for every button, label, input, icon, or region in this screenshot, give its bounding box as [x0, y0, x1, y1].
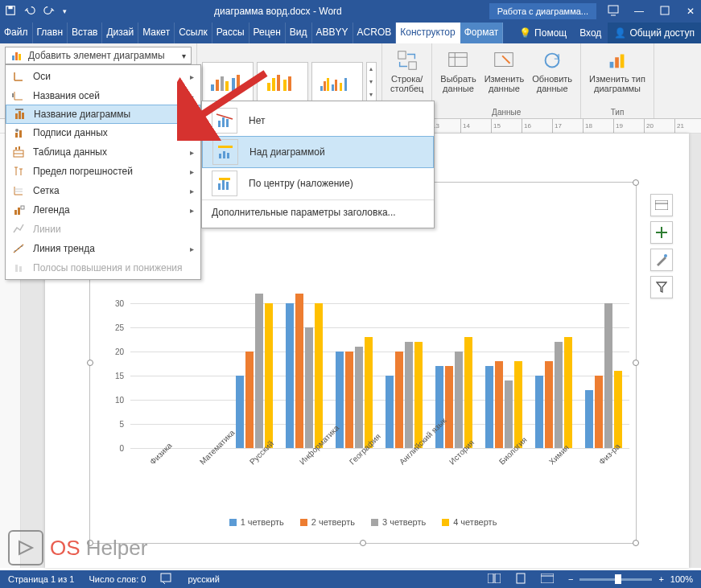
close-icon[interactable]: ✕	[685, 6, 696, 17]
menu-item-error_bars[interactable]: Предел погрешностей▸	[6, 162, 200, 181]
tab-abbyy[interactable]: ABBYY	[312, 23, 353, 43]
menu-item-axes[interactable]: Оси▸	[6, 67, 200, 86]
bar[interactable]	[604, 303, 612, 448]
menu-item-data_table[interactable]: Таблица данных▸	[6, 142, 200, 162]
undo-icon[interactable]	[24, 5, 35, 19]
chart-style-2[interactable]	[257, 62, 308, 102]
bar[interactable]	[414, 342, 423, 448]
tab-insert[interactable]: Встав	[68, 23, 102, 43]
change-chart-type-button[interactable]: Изменить тип диаграммы	[586, 47, 649, 95]
bar[interactable]	[336, 352, 344, 448]
tab-home[interactable]: Главн	[33, 23, 68, 43]
bar[interactable]	[464, 337, 472, 448]
bar[interactable]	[485, 366, 493, 448]
chart-title-above[interactable]: Над диаграммой	[202, 136, 434, 168]
tab-acrobat[interactable]: ACROB	[353, 23, 397, 43]
page-status[interactable]: Страница 1 из 1	[8, 574, 74, 584]
tab-references[interactable]: Ссылк	[175, 23, 212, 43]
chart-title-more-options[interactable]: Дополнительные параметры заголовка...	[202, 199, 434, 224]
bar[interactable]	[286, 303, 294, 448]
bar[interactable]	[295, 294, 303, 448]
menu-item-gridlines[interactable]: Сетка▸	[6, 181, 200, 200]
bar[interactable]	[505, 380, 513, 448]
tab-layout[interactable]: Макет	[138, 23, 175, 43]
bar[interactable]	[585, 390, 593, 448]
minimize-icon[interactable]: —	[633, 6, 645, 17]
chart-styles-button[interactable]	[650, 249, 673, 271]
maximize-icon[interactable]	[659, 6, 670, 18]
bar[interactable]	[614, 371, 622, 448]
bar[interactable]	[535, 376, 543, 448]
bar[interactable]	[445, 366, 453, 448]
share-tab[interactable]: 👤Общий доступ	[608, 23, 701, 43]
menu-item-trendline[interactable]: Линия тренда▸	[6, 239, 200, 258]
bar[interactable]	[386, 376, 394, 448]
tab-view[interactable]: Вид	[286, 23, 312, 43]
bar[interactable]	[495, 361, 503, 448]
spellcheck-icon[interactable]	[160, 573, 173, 586]
read-mode-icon[interactable]	[488, 574, 501, 585]
bar[interactable]	[455, 352, 463, 448]
bar[interactable]	[435, 366, 443, 448]
web-layout-icon[interactable]	[541, 574, 554, 585]
gallery-expand[interactable]: ▴▾▾	[366, 62, 377, 102]
language-status[interactable]: русский	[188, 574, 219, 584]
zoom-slider[interactable]	[579, 578, 652, 581]
tab-design-chart[interactable]: Конструктор	[396, 23, 460, 43]
chart-style-1[interactable]	[202, 62, 254, 102]
chart-style-3[interactable]	[311, 62, 363, 102]
zoom-out-icon[interactable]: −	[568, 574, 573, 584]
bar[interactable]	[395, 352, 403, 448]
tab-review[interactable]: Рецен	[249, 23, 286, 43]
legend-item[interactable]: 3 четверть	[371, 517, 426, 527]
add-chart-element-button[interactable]: Добавить элемент диаграммы ▾	[5, 47, 192, 64]
chart-title-centered-overlay[interactable]: По центру (наложение)	[202, 167, 434, 199]
chart-legend[interactable]: 1 четверть2 четверть3 четверть4 четверть	[90, 517, 636, 527]
chart-plot-area[interactable]: 051015202530	[130, 303, 629, 448]
chart-filters-button[interactable]	[650, 276, 673, 298]
chart-layout-options-button[interactable]	[650, 194, 673, 216]
svg-rect-6	[221, 76, 224, 91]
bar[interactable]	[265, 303, 273, 448]
zoom-value[interactable]: 100%	[670, 574, 693, 584]
legend-item[interactable]: 2 четверть	[300, 517, 355, 527]
refresh-data-button[interactable]: Обновить данные	[529, 47, 575, 95]
zoom-in-icon[interactable]: +	[658, 574, 663, 584]
bar[interactable]	[555, 342, 563, 448]
word-count[interactable]: Число слов: 0	[89, 574, 146, 584]
print-layout-icon[interactable]	[515, 573, 526, 586]
redo-icon[interactable]	[43, 5, 55, 19]
bar[interactable]	[255, 294, 263, 448]
bar[interactable]	[236, 376, 244, 448]
legend-item[interactable]: 1 четверть	[229, 517, 284, 527]
bar[interactable]	[315, 303, 323, 448]
help-tab[interactable]: 💡Помощ	[513, 23, 573, 43]
switch-row-column-button[interactable]: Строка/ столбец	[387, 47, 427, 95]
tab-mailings[interactable]: Рассы	[212, 23, 249, 43]
save-icon[interactable]	[5, 5, 16, 19]
svg-rect-59	[14, 210, 17, 215]
menu-item-data_labels[interactable]: Подписи данных▸	[6, 123, 200, 142]
bar[interactable]	[245, 352, 254, 448]
bar[interactable]	[365, 337, 373, 448]
ribbon-options-icon[interactable]	[608, 5, 619, 19]
bar[interactable]	[545, 361, 553, 448]
legend-item[interactable]: 4 четверть	[442, 517, 497, 527]
edit-data-button[interactable]: Изменить данные	[481, 47, 528, 95]
menu-item-legend[interactable]: Легенда▸	[6, 200, 200, 220]
menu-item-axis_titles[interactable]: Названия осей▸	[6, 86, 200, 105]
bar[interactable]	[355, 347, 363, 448]
chart-elements-button[interactable]	[650, 221, 673, 244]
bar[interactable]	[595, 376, 603, 448]
bar[interactable]	[564, 337, 572, 448]
tab-file[interactable]: Файл	[0, 23, 33, 43]
menu-item-chart_title[interactable]: Название диаграммы▸	[6, 105, 200, 124]
select-data-button[interactable]: Выбрать данные	[437, 47, 479, 95]
bar[interactable]	[405, 342, 413, 448]
chart-title-none[interactable]: Нет	[202, 105, 434, 137]
login-tab[interactable]: Вход	[573, 23, 608, 43]
tab-format-chart[interactable]: Формат	[460, 23, 504, 43]
tab-design[interactable]: Дизай	[102, 23, 138, 43]
bar[interactable]	[345, 352, 353, 448]
bar[interactable]	[305, 327, 313, 448]
